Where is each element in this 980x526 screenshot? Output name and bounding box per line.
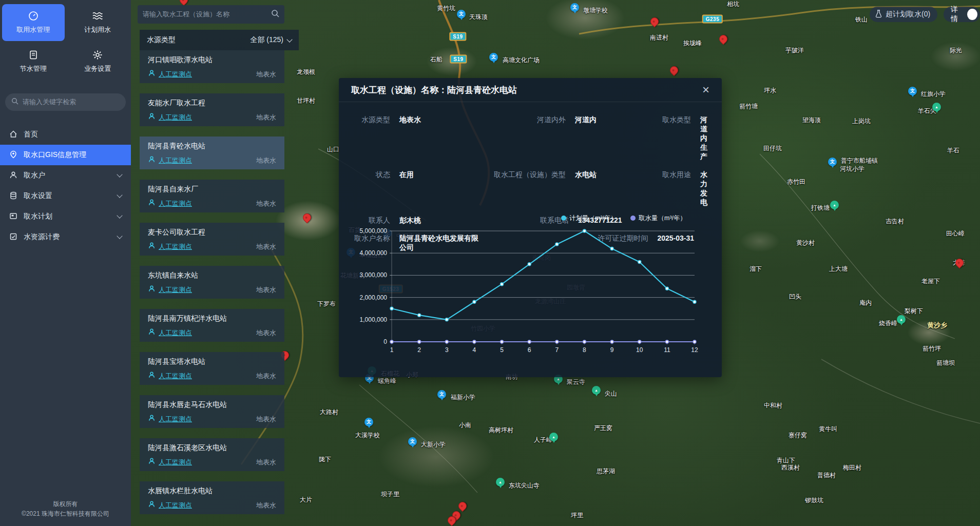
module-button-3[interactable]: 节水管理 <box>2 43 65 80</box>
map-place-label: 坝子里 <box>381 490 399 499</box>
person-icon <box>148 69 156 79</box>
station-name: 陆河县激石溪老区水电站 <box>148 443 276 453</box>
map-pin-marker[interactable] <box>649 16 661 28</box>
map-nature-marker[interactable]: ▲ <box>496 478 505 486</box>
close-icon[interactable]: × <box>702 84 709 96</box>
monitor-type-link[interactable]: 人工监测点 <box>159 415 192 424</box>
station-name: 陆河县南万镇杞洋水电站 <box>148 314 276 323</box>
module-label: 业务设置 <box>84 64 111 73</box>
station-list-item[interactable]: 河口镇唱歌潭水电站人工监测点地表水 <box>140 50 284 83</box>
map-place-label: 烧香嶂 <box>879 319 897 328</box>
map-place-label: 聚云寺 <box>567 378 585 386</box>
sidebar-item[interactable]: 首页 <box>0 124 131 145</box>
svg-text:11: 11 <box>664 346 670 354</box>
map-place-label: 西溪村 <box>781 463 800 472</box>
station-list-item[interactable]: 陆河县激石溪老区水电站人工监测点地表水 <box>140 438 284 471</box>
detail-toggle-pill[interactable]: 详情 <box>944 7 980 22</box>
person-icon <box>148 371 156 381</box>
monitor-type-link[interactable]: 人工监测点 <box>159 328 192 338</box>
water-source-type: 地表水 <box>256 501 276 510</box>
water-source-type: 地表水 <box>256 113 276 122</box>
map-school-marker[interactable]: 文 <box>408 437 417 446</box>
map-nature-marker[interactable]: ▲ <box>932 103 941 111</box>
monitor-type-link[interactable]: 人工监测点 <box>159 372 192 381</box>
station-list-item[interactable]: 陆河县水唇走马石水电站人工监测点地表水 <box>140 395 284 428</box>
map-nature-marker[interactable]: ▲ <box>897 315 906 324</box>
map-place-label: 山口 <box>327 145 339 154</box>
station-list-item[interactable]: 水唇镇水栏肚水电站人工监测点地表水 <box>140 481 284 514</box>
monitor-type-link[interactable]: 人工监测点 <box>159 156 192 165</box>
monitor-type-link[interactable]: 人工监测点 <box>159 199 192 208</box>
station-list-item[interactable]: 陆河县南万镇杞洋水电站人工监测点地表水 <box>140 309 284 342</box>
map-nature-marker[interactable]: ▲ <box>592 386 601 395</box>
map-pin-marker[interactable] <box>457 500 469 512</box>
sidebar-item[interactable]: 取水口GIS信息管理 <box>0 145 131 165</box>
station-name: 水唇镇水栏肚水电站 <box>148 486 276 496</box>
monitor-type-link[interactable]: 人工监测点 <box>159 70 192 79</box>
map-school-marker[interactable]: 文 <box>364 418 373 426</box>
document-icon <box>28 50 39 60</box>
station-search-input[interactable]: 请输入取水工程（设施）名称 <box>138 5 284 24</box>
module-button-2[interactable]: 计划用水 <box>67 4 129 41</box>
monitor-type-link[interactable]: 人工监测点 <box>159 501 192 510</box>
map-school-marker[interactable]: 文 <box>828 158 837 166</box>
search-icon[interactable] <box>271 9 279 20</box>
module-button-1[interactable]: 取用水管理 <box>2 4 65 41</box>
water-source-type: 地表水 <box>256 242 276 251</box>
map-place-label: 大溪学校 <box>355 431 380 440</box>
map-place-label: 凹头 <box>789 293 801 301</box>
map-place-label: 庵内 <box>859 299 872 307</box>
map-school-marker[interactable]: 文 <box>437 390 446 399</box>
map-school-marker[interactable]: 文 <box>489 53 498 62</box>
map-nature-marker[interactable]: ▲ <box>830 201 839 209</box>
map-place-label: 河坑小学 <box>840 165 864 173</box>
sidebar-item-label: 取水口GIS信息管理 <box>24 150 86 160</box>
monitor-type-link[interactable]: 人工监测点 <box>159 242 192 251</box>
map-school-marker[interactable]: 文 <box>570 3 579 12</box>
station-list-item[interactable]: 陆河县青砼水电站人工监测点地表水 <box>140 137 284 169</box>
map-pin-marker[interactable] <box>718 33 729 45</box>
intake-chart: 01,000,0002,000,0003,000,0004,000,0005,0… <box>343 210 709 364</box>
sidebar-item-label: 取水户 <box>24 171 45 180</box>
field-pair: 取水工程（设施）类型水电站 <box>478 170 644 207</box>
sidebar-item[interactable]: 取水户 <box>0 165 131 186</box>
map-place-label: 际光 <box>950 46 962 55</box>
map-place-label: 挨垅峰 <box>683 39 702 48</box>
svg-text:8: 8 <box>583 346 586 354</box>
station-list-item[interactable]: 陆河县自来水厂人工监测点地表水 <box>140 180 284 212</box>
monitor-type-link[interactable]: 人工监测点 <box>159 113 192 122</box>
map-place-label: 福新小学 <box>451 393 475 402</box>
station-list-item[interactable]: 陆河县宝塔水电站人工监测点地表水 <box>140 352 284 385</box>
over-plan-water-button[interactable]: 超计划取水(0) <box>870 7 937 22</box>
map-nature-marker[interactable]: ▲ <box>549 433 558 441</box>
map-place-label: 箭竹坪 <box>923 344 941 353</box>
station-list-item[interactable]: 友能水厂取水工程人工监测点地表水 <box>140 93 284 126</box>
station-list-item[interactable]: 东坑镇自来水站人工监测点地表水 <box>140 266 284 299</box>
water-source-filter[interactable]: 水源类型 全部 (125) <box>140 30 299 50</box>
map-place-label: 东坑尖山寺 <box>509 481 540 490</box>
gear-icon <box>92 50 103 60</box>
map-place-label: 尖山 <box>605 389 617 398</box>
map-place-label: 梅田村 <box>843 463 861 472</box>
map-place-label: 箭竹塘 <box>739 102 758 111</box>
sidebar-item[interactable]: 取水设置 <box>0 186 131 206</box>
map-school-marker[interactable]: 文 <box>457 10 466 18</box>
map-pin-marker[interactable] <box>301 212 313 224</box>
map-place-label: 望海顶 <box>802 116 821 125</box>
map-place-label: 大片 <box>300 496 312 504</box>
modal-header: 取水工程（设施）名称：陆河县青砼水电站 × <box>339 78 722 102</box>
map-school-marker[interactable]: 文 <box>908 87 917 95</box>
svg-text:5: 5 <box>500 346 504 354</box>
module-button-4[interactable]: 业务设置 <box>67 43 129 80</box>
filter-value[interactable]: 全部 (125) <box>250 35 283 45</box>
road-number-badge: S19 <box>449 32 466 41</box>
sidebar-item[interactable]: 水资源计费 <box>0 227 131 247</box>
sidebar-item[interactable]: 取水计划 <box>0 206 131 227</box>
detail-toggle-switch[interactable] <box>967 9 977 20</box>
map-pin-marker[interactable] <box>668 65 680 76</box>
monitor-type-link[interactable]: 人工监测点 <box>159 285 192 295</box>
svg-text:7: 7 <box>555 346 559 354</box>
monitor-type-link[interactable]: 人工监测点 <box>159 458 192 467</box>
sidebar-search-input[interactable]: 请输入关键字检索 <box>5 93 126 111</box>
station-list-item[interactable]: 麦卡公司取水工程人工监测点地表水 <box>140 223 284 256</box>
